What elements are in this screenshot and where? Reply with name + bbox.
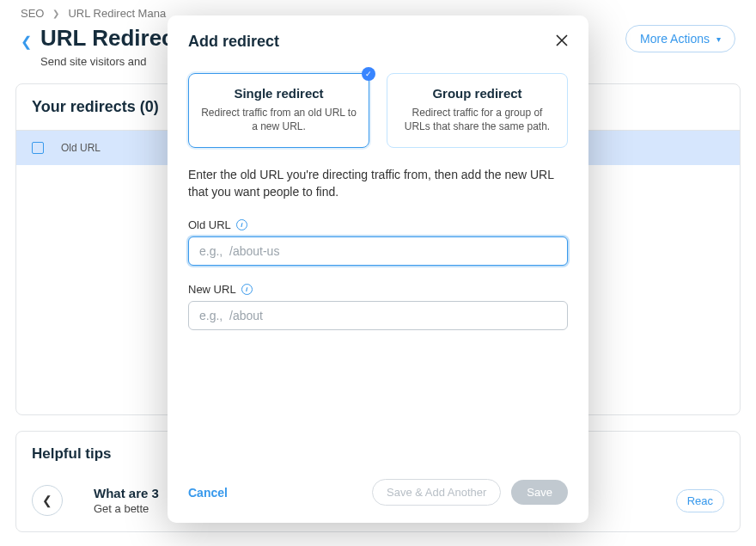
option-single-redirect[interactable]: ✓ Single redirect Redirect traffic from … xyxy=(188,73,369,148)
new-url-input[interactable] xyxy=(188,301,568,330)
cancel-button[interactable]: Cancel xyxy=(188,486,228,500)
check-icon: ✓ xyxy=(362,67,375,81)
info-icon[interactable]: i xyxy=(241,284,253,295)
info-icon[interactable]: i xyxy=(236,219,247,230)
close-button[interactable] xyxy=(556,34,568,50)
modal-instructions: Enter the old URL you're directing traff… xyxy=(188,167,568,200)
save-button[interactable]: Save xyxy=(511,480,568,505)
old-url-input[interactable] xyxy=(188,236,568,266)
option-group-redirect[interactable]: Group redirect Redirect traffic for a gr… xyxy=(387,73,568,148)
old-url-label-text: Old URL xyxy=(188,218,231,231)
option-single-title: Single redirect xyxy=(199,86,358,101)
save-add-another-button[interactable]: Save & Add Another xyxy=(372,479,501,506)
add-redirect-modal: Add redirect ✓ Single redirect Redirect … xyxy=(168,15,588,523)
option-group-desc: Redirect traffic for a group of URLs tha… xyxy=(398,106,557,133)
new-url-label: New URL i xyxy=(188,283,568,296)
old-url-label: Old URL i xyxy=(188,218,568,231)
modal-backdrop: Add redirect ✓ Single redirect Redirect … xyxy=(0,0,756,546)
modal-title: Add redirect xyxy=(188,33,279,51)
new-url-label-text: New URL xyxy=(188,283,236,296)
option-single-desc: Redirect traffic from an old URL to a ne… xyxy=(199,106,358,133)
option-group-title: Group redirect xyxy=(398,86,557,101)
close-icon xyxy=(556,34,568,46)
